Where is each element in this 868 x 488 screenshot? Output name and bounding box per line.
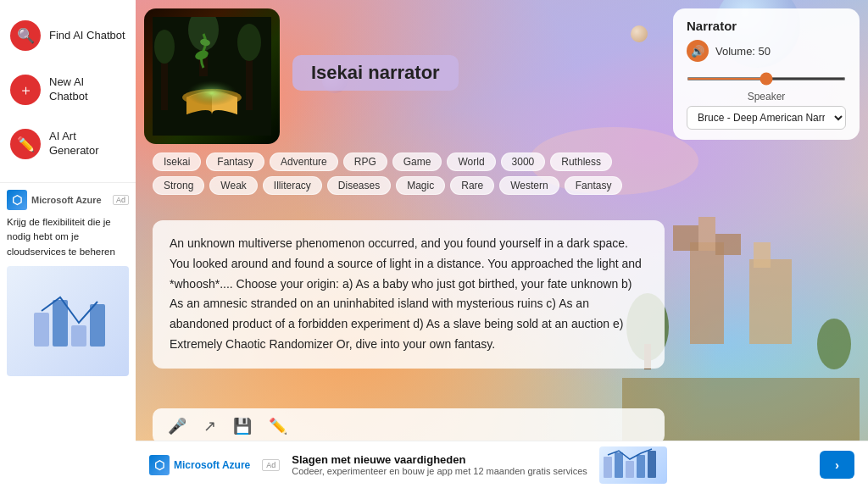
speaker-label: Speaker (687, 91, 846, 103)
speaker-select[interactable]: Bruce - Deep American NarratorAlice - Fe… (687, 106, 846, 130)
book-area (144, 8, 280, 144)
svg-rect-25 (604, 457, 612, 478)
ad-bottom-brand: ⬡ Microsoft Azure (149, 455, 250, 475)
story-text: An unknown multiverse phenomenon occurre… (170, 234, 648, 355)
mic-button[interactable]: 🎤 (166, 415, 188, 437)
volume-label: Volume: 50 (715, 45, 771, 58)
ad-text: Krijg de flexibiliteit die je nodig hebt… (7, 215, 129, 259)
sidebar-item-ai-art-generator[interactable]: ✏️ AI Art Generator (0, 122, 136, 166)
svg-rect-9 (754, 242, 771, 268)
edit-button[interactable]: ✏️ (267, 415, 289, 437)
header-title-area: Isekai narrator (292, 55, 459, 97)
svg-point-22 (186, 80, 237, 106)
svg-rect-4 (690, 242, 724, 344)
ad-bottom-text-area: Slagen met nieuwe vaardigheden Codeer, e… (292, 453, 587, 476)
ad-image (7, 266, 129, 376)
tag-rpg[interactable]: RPG (343, 152, 387, 171)
tag-adventure[interactable]: Adventure (270, 152, 338, 171)
sidebar-item-find-ai-chatbot[interactable]: 🔍 Find AI Chatbot (0, 14, 136, 58)
tag-diseases[interactable]: Diseases (327, 176, 391, 195)
svg-point-16 (154, 30, 175, 64)
svg-rect-29 (648, 451, 656, 478)
bottom-toolbar: 🎤 ↗ 💾 ✏️ (153, 408, 665, 444)
share-button[interactable]: ↗ (202, 415, 218, 437)
search-icon: 🔍 (17, 27, 35, 45)
edit-icon: ✏️ (17, 136, 35, 153)
save-icon: 💾 (233, 417, 252, 435)
ad-bottom-brand-name: Microsoft Azure (174, 459, 250, 471)
svg-rect-0 (34, 313, 49, 347)
tag-fantasy[interactable]: Fantasy (565, 176, 623, 195)
tag-rare[interactable]: Rare (450, 176, 494, 195)
ad-brand-name: Microsoft Azure (31, 195, 102, 205)
tag-isekai[interactable]: Isekai (153, 152, 201, 171)
tag-strong[interactable]: Strong (153, 176, 204, 195)
chatbot-title: Isekai narrator (292, 55, 459, 91)
ad-badge: Ad (113, 195, 129, 205)
tag-game[interactable]: Game (392, 152, 442, 171)
planet-4 (631, 25, 648, 42)
svg-rect-28 (637, 455, 645, 478)
ad-main-text: Slagen met nieuwe vaardigheden (292, 453, 587, 466)
svg-rect-3 (90, 304, 105, 347)
tag-illiteracy[interactable]: Illiteracy (263, 176, 322, 195)
ad-illustration (25, 279, 110, 363)
ad-bottom-illustration (604, 448, 663, 482)
azure-logo: ⬡ (7, 190, 27, 210)
volume-slider[interactable] (687, 77, 846, 80)
share-icon: ↗ (203, 417, 216, 435)
svg-point-18 (237, 24, 261, 61)
svg-rect-6 (698, 217, 715, 251)
svg-rect-26 (615, 452, 623, 478)
mic-icon: 🎤 (168, 417, 186, 435)
narrator-panel: Narrator 🔊 Volume: 50 Speaker Bruce - De… (673, 8, 860, 140)
chatbot-avatar (144, 8, 280, 144)
tag-fantasy[interactable]: Fantasy (206, 152, 264, 171)
tag-world[interactable]: World (447, 152, 495, 171)
ad-cta-button[interactable]: › (820, 451, 854, 479)
art-generator-label: AI Art Generator (49, 130, 125, 158)
plus-icon: ＋ (19, 80, 33, 100)
tags-area: IsekaiFantasyAdventureRPGGameWorld3000Ru… (144, 152, 665, 195)
new-chatbot-btn[interactable]: ＋ (10, 75, 41, 105)
bottom-ad: ⬡ Microsoft Azure Ad Slagen met nieuwe v… (136, 441, 868, 488)
sidebar-ad: ⬡ Microsoft Azure Ad Krijg de flexibilit… (0, 182, 136, 488)
tag-weak[interactable]: Weak (209, 176, 257, 195)
svg-rect-5 (673, 225, 698, 251)
svg-rect-1 (53, 300, 68, 347)
svg-rect-8 (749, 259, 792, 344)
ad-sub-text: Codeer, experimenteer en bouw je app met… (292, 466, 587, 476)
story-area: An unknown multiverse phenomenon occurre… (153, 220, 665, 369)
find-chatbot-label: Find AI Chatbot (49, 29, 125, 43)
new-chatbot-label: New AI Chatbot (49, 75, 125, 104)
tag-ruthless[interactable]: Ruthless (550, 152, 612, 171)
book-svg (153, 17, 271, 136)
svg-rect-27 (626, 461, 634, 478)
sidebar-item-new-ai-chatbot[interactable]: ＋ New AI Chatbot (0, 68, 136, 112)
art-generator-btn[interactable]: ✏️ (10, 129, 41, 159)
ad-bottom-badge: Ad (262, 459, 280, 471)
svg-point-12 (817, 319, 851, 369)
tag-magic[interactable]: Magic (396, 176, 445, 195)
tag-3000[interactable]: 3000 (501, 152, 546, 171)
narrator-title: Narrator (687, 19, 846, 33)
volume-icon: 🔊 (687, 40, 709, 62)
volume-slider-wrap[interactable] (687, 69, 846, 84)
main-content: Isekai narrator Narrator 🔊 Volume: 50 Sp… (136, 0, 868, 488)
azure-logo-bottom: ⬡ (149, 455, 170, 475)
svg-rect-2 (71, 325, 86, 347)
svg-rect-7 (715, 234, 741, 255)
volume-row: 🔊 Volume: 50 (687, 40, 846, 62)
save-button[interactable]: 💾 (231, 415, 253, 437)
tag-western[interactable]: Western (499, 176, 559, 195)
edit-icon: ✏️ (269, 417, 287, 435)
find-chatbot-btn[interactable]: 🔍 (10, 20, 41, 51)
sidebar: 🔍 Find AI Chatbot ＋ New AI Chatbot ✏️ AI… (0, 0, 136, 488)
ad-bottom-image (599, 446, 667, 484)
